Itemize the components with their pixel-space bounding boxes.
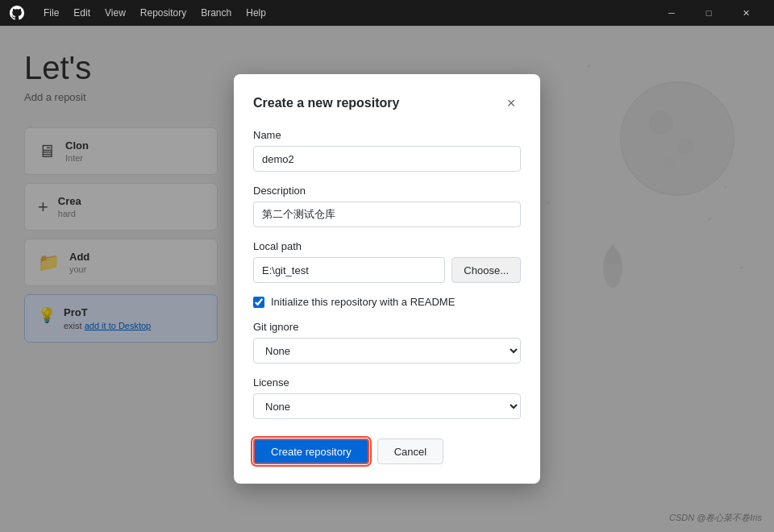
local-path-row: Choose...: [253, 257, 521, 283]
github-logo-icon: [10, 6, 24, 20]
gitignore-label: Git ignore: [253, 321, 521, 333]
gitignore-select[interactable]: None: [253, 338, 521, 364]
menu-repository[interactable]: Repository: [134, 4, 193, 22]
window-controls: ─ □ ✕: [653, 0, 764, 26]
local-path-input[interactable]: [253, 257, 445, 283]
dialog-close-button[interactable]: ×: [501, 94, 521, 113]
create-repository-dialog: Create a new repository × Name Descripti…: [234, 74, 540, 484]
menu-bar: File Edit View Repository Branch Help: [37, 4, 273, 22]
gitignore-field-group: Git ignore None: [253, 321, 521, 364]
description-label: Description: [253, 185, 521, 197]
menu-help[interactable]: Help: [239, 4, 273, 22]
modal-overlay: Create a new repository × Name Descripti…: [0, 26, 774, 532]
maximize-button[interactable]: □: [690, 0, 727, 26]
cancel-button[interactable]: Cancel: [377, 438, 443, 464]
minimize-button[interactable]: ─: [653, 0, 690, 26]
license-label: License: [253, 376, 521, 389]
menu-view[interactable]: View: [98, 4, 132, 22]
dialog-footer: Create repository Cancel: [253, 438, 521, 464]
close-button[interactable]: ✕: [727, 0, 764, 26]
menu-edit[interactable]: Edit: [67, 4, 97, 22]
menu-file[interactable]: File: [37, 4, 65, 22]
dialog-title: Create a new repository: [253, 96, 399, 110]
description-input[interactable]: [253, 202, 521, 227]
license-select[interactable]: None: [253, 393, 521, 419]
menu-branch[interactable]: Branch: [194, 4, 238, 22]
local-path-label: Local path: [253, 240, 521, 252]
init-readme-row: Initialize this repository with a README: [253, 296, 521, 308]
choose-button[interactable]: Choose...: [452, 257, 521, 283]
name-field-group: Name: [253, 129, 521, 172]
local-path-field-group: Local path Choose...: [253, 240, 521, 283]
name-label: Name: [253, 129, 521, 141]
init-readme-label: Initialize this repository with a README: [271, 296, 455, 308]
app-body: Let's Add a reposit 🖥 Clon Inter + Crea …: [0, 26, 774, 532]
description-field-group: Description: [253, 185, 521, 227]
name-input[interactable]: [253, 146, 521, 172]
license-field-group: License None: [253, 376, 521, 419]
titlebar: File Edit View Repository Branch Help ─ …: [0, 0, 774, 26]
init-readme-checkbox[interactable]: [253, 297, 264, 308]
create-repository-button[interactable]: Create repository: [253, 438, 369, 464]
dialog-header: Create a new repository ×: [253, 94, 521, 113]
